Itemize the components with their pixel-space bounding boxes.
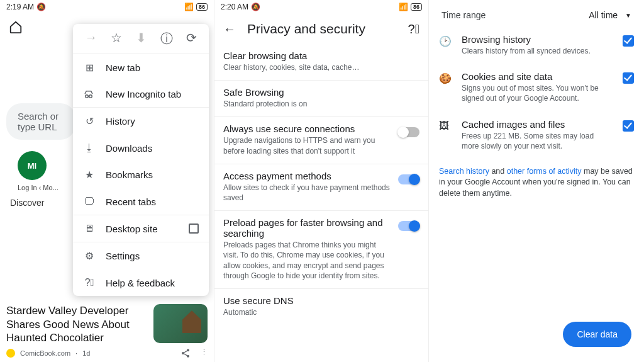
- check-title: Cached images and files: [462, 119, 613, 130]
- signal-icon: 📶: [399, 3, 408, 11]
- search-history-link[interactable]: Search history: [439, 167, 489, 176]
- menu-bookmarks[interactable]: ★Bookmarks: [73, 161, 209, 188]
- timerange-label: Time range: [441, 10, 486, 20]
- row-title: Clear browsing data: [223, 50, 419, 61]
- gear-icon: ⚙: [83, 250, 96, 262]
- article-source: ComicBook.com: [20, 349, 70, 357]
- check-cache[interactable]: 🖼 Cached images and files Frees up 221 M…: [429, 111, 644, 159]
- menu-label: History: [106, 116, 135, 127]
- menu-desktop-site[interactable]: 🖥Desktop site: [73, 215, 209, 242]
- page-title: Privacy and security: [247, 21, 397, 37]
- menu-label: Settings: [106, 251, 140, 261]
- desktop-checkbox[interactable]: [189, 223, 199, 234]
- speeddial-label: Log In ‹ Mo...: [18, 184, 58, 191]
- clock-text: 2:19 AM: [6, 3, 34, 11]
- check-title: Cookies and site data: [462, 71, 613, 82]
- menu-label: Downloads: [106, 143, 152, 154]
- row-preload-pages[interactable]: Preload pages for faster browsing and se…: [214, 211, 428, 289]
- cookie-icon: 🍪: [439, 72, 452, 85]
- row-title: Safe Browsing: [223, 87, 419, 98]
- menu-recent-tabs[interactable]: 🖵Recent tabs: [73, 188, 209, 215]
- clear-data-button[interactable]: Clear data: [563, 322, 631, 347]
- check-browsing-history[interactable]: 🕑 Browsing history Clears history from a…: [429, 26, 644, 64]
- article-thumbnail: [153, 304, 208, 343]
- speeddial-badge: MI: [18, 151, 47, 180]
- toggle-payment-methods[interactable]: [398, 174, 419, 184]
- row-title: Preload pages for faster browsing and se…: [223, 217, 391, 239]
- row-title: Always use secure connections: [223, 123, 391, 134]
- svg-point-2: [187, 355, 189, 358]
- row-safe-browsing[interactable]: Safe Browsing Standard protection is on: [214, 81, 428, 117]
- menu-downloads[interactable]: ⭳Downloads: [73, 135, 209, 161]
- row-secure-dns[interactable]: Use secure DNS Automatic: [214, 289, 428, 325]
- incognito-icon: [83, 90, 96, 99]
- bookmark-icon: ★: [83, 169, 96, 181]
- menu-label: New Incognito tab: [106, 89, 181, 99]
- menu-label: Recent tabs: [106, 196, 156, 207]
- menu-incognito[interactable]: New Incognito tab: [73, 81, 209, 107]
- battery-icon: 86: [411, 3, 422, 11]
- info-text: Search history and other forms of activi…: [429, 159, 644, 207]
- signal-icon: 📶: [184, 3, 194, 11]
- check-desc: Clears history from all synced devices.: [462, 46, 613, 56]
- menu-new-tab[interactable]: ⊞New tab: [73, 54, 209, 81]
- back-icon[interactable]: ←: [223, 22, 236, 37]
- row-clear-browsing-data[interactable]: Clear browsing data Clear history, cooki…: [214, 44, 428, 81]
- check-cookies[interactable]: 🍪 Cookies and site data Signs you out of…: [429, 64, 644, 111]
- image-icon: 🖼: [439, 120, 452, 133]
- check-desc: Frees up 221 MB. Some sites may load mor…: [462, 131, 613, 151]
- row-secure-connections[interactable]: Always use secure connections Upgrade na…: [214, 117, 428, 164]
- checkbox[interactable]: [623, 72, 634, 84]
- article-title: Stardew Valley Developer Shares Good New…: [6, 304, 148, 344]
- share-icon[interactable]: [180, 348, 191, 358]
- battery-icon: 86: [196, 3, 208, 11]
- info-icon[interactable]: ⓘ: [160, 30, 173, 47]
- help-icon: ?⃝: [83, 277, 96, 288]
- status-bar: 2:19 AM 🔕 📶86: [0, 0, 214, 14]
- row-desc: Preloads pages that Chrome thinks you mi…: [223, 240, 391, 281]
- checkbox[interactable]: [623, 35, 634, 47]
- menu-label: Desktop site: [106, 223, 158, 234]
- menu-history[interactable]: ↺History: [73, 108, 209, 135]
- check-title: Browsing history: [462, 34, 613, 45]
- refresh-icon[interactable]: ⟳: [186, 30, 197, 47]
- other-activity-link[interactable]: other forms of activity: [507, 167, 582, 176]
- help-icon[interactable]: ?⃝: [408, 22, 419, 37]
- timerange-select[interactable]: All time▼: [589, 10, 631, 20]
- star-icon[interactable]: ☆: [111, 30, 122, 47]
- search-input[interactable]: Search or type URL: [6, 103, 75, 140]
- menu-settings[interactable]: ⚙Settings: [73, 242, 209, 269]
- row-payment-methods[interactable]: Access payment methods Allow sites to ch…: [214, 164, 428, 211]
- row-desc: Allow sites to check if you have payment…: [223, 183, 391, 203]
- dnd-icon: 🔕: [251, 3, 260, 11]
- overflow-menu: → ☆ ⬇ ⓘ ⟳ ⊞New tab New Incognito tab ↺Hi…: [73, 24, 209, 296]
- clock-icon: 🕑: [439, 35, 452, 48]
- dnd-icon: 🔕: [36, 3, 46, 11]
- svg-point-3: [86, 94, 89, 98]
- chevron-down-icon: ▼: [625, 12, 631, 19]
- menu-label: Help & feedback: [106, 278, 175, 288]
- download-arrow-icon: ⭳: [83, 142, 96, 154]
- svg-point-4: [89, 94, 92, 98]
- clock-text: 2:20 AM: [221, 3, 248, 11]
- row-desc: Standard protection is on: [223, 99, 419, 109]
- menu-label: Bookmarks: [106, 169, 153, 180]
- history-icon: ↺: [83, 115, 96, 127]
- checkbox[interactable]: [623, 120, 634, 132]
- forward-icon: →: [85, 30, 97, 47]
- row-desc: Upgrade navigations to HTTPS and warn yo…: [223, 135, 391, 156]
- more-icon[interactable]: ⋮: [201, 348, 208, 358]
- toggle-preload-pages[interactable]: [398, 221, 419, 231]
- article-card[interactable]: Stardew Valley Developer Shares Good New…: [0, 304, 214, 358]
- article-age: 1d: [82, 349, 90, 357]
- menu-help[interactable]: ?⃝Help & feedback: [73, 269, 209, 296]
- svg-point-1: [182, 352, 184, 354]
- status-bar: 2:20 AM 🔕 📶86: [214, 0, 428, 14]
- toggle-secure-connections[interactable]: [398, 127, 419, 137]
- row-desc: Automatic: [223, 307, 419, 317]
- timerange-value: All time: [589, 10, 618, 20]
- plus-box-icon: ⊞: [83, 62, 96, 74]
- source-favicon: [6, 349, 15, 358]
- menu-label: New tab: [106, 62, 140, 73]
- speeddial-tile[interactable]: MI Log In ‹ Mo...: [18, 151, 58, 191]
